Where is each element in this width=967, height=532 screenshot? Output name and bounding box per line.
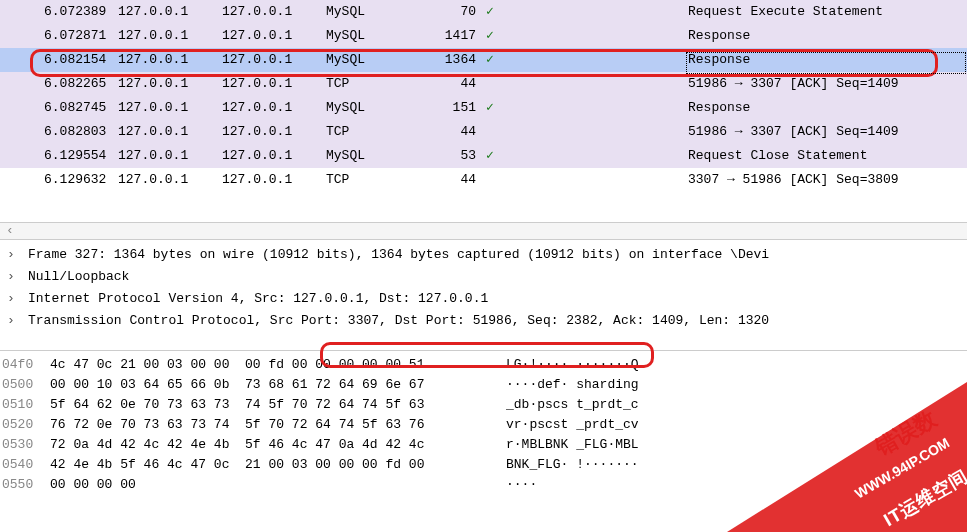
proto-cell: TCP	[326, 168, 422, 192]
expand-icon[interactable]: ›	[0, 266, 22, 288]
time-cell: 6.129554	[0, 144, 118, 168]
detail-text: Frame 327: 1364 bytes on wire (10912 bit…	[22, 244, 967, 266]
time-cell: 6.082154	[0, 48, 118, 72]
pad	[524, 144, 688, 168]
hex-bytes: 42 4e 4b 5f 46 4c 47 0c 21 00 03 00 00 0…	[40, 455, 492, 475]
len-cell: 1417	[422, 24, 486, 48]
hex-offset: 04f0	[0, 355, 40, 375]
pad	[524, 120, 688, 144]
hex-bytes: 5f 64 62 0e 70 73 63 73 74 5f 70 72 64 7…	[40, 395, 492, 415]
detail-text: Internet Protocol Version 4, Src: 127.0.…	[22, 288, 967, 310]
proto-cell: MySQL	[326, 0, 422, 24]
hex-bytes: 76 72 0e 70 73 63 73 74 5f 70 72 64 74 5…	[40, 415, 492, 435]
scrollbar-horizontal[interactable]: ‹	[0, 222, 967, 240]
check-icon	[486, 72, 524, 96]
check-icon: ✓	[486, 24, 524, 48]
hex-bytes: 00 00 10 03 64 65 66 0b 73 68 61 72 64 6…	[40, 375, 492, 395]
len-cell: 53	[422, 144, 486, 168]
pad	[524, 24, 688, 48]
time-cell: 6.129632	[0, 168, 118, 192]
check-icon	[486, 168, 524, 192]
info-cell: 3307 → 51986 [ACK] Seq=3809	[688, 168, 967, 192]
table-row[interactable]: 6.129554 127.0.0.1 127.0.0.1 MySQL 53 ✓ …	[0, 144, 967, 168]
info-cell: 51986 → 3307 [ACK] Seq=1409	[688, 72, 967, 96]
pad	[524, 72, 688, 96]
table-row[interactable]: 6.072389 127.0.0.1 127.0.0.1 MySQL 70 ✓ …	[0, 0, 967, 24]
expand-icon[interactable]: ›	[0, 288, 22, 310]
expand-icon[interactable]: ›	[0, 244, 22, 266]
hex-bytes: 00 00 00 00	[40, 475, 492, 495]
time-cell: 6.072389	[0, 0, 118, 24]
hex-row[interactable]: 04f0 4c 47 0c 21 00 03 00 00 00 fd 00 00…	[0, 355, 967, 375]
expand-icon[interactable]: ›	[0, 310, 22, 332]
dst-cell: 127.0.0.1	[222, 144, 326, 168]
packet-list[interactable]: 6.072389 127.0.0.1 127.0.0.1 MySQL 70 ✓ …	[0, 0, 967, 192]
hex-bytes: 4c 47 0c 21 00 03 00 00 00 fd 00 00 00 0…	[40, 355, 492, 375]
hex-ascii: LG·!···· ·······Q	[492, 355, 967, 375]
detail-text: Transmission Control Protocol, Src Port:…	[22, 310, 967, 332]
hex-offset: 0540	[0, 455, 40, 475]
dst-cell: 127.0.0.1	[222, 24, 326, 48]
table-row[interactable]: 6.082803 127.0.0.1 127.0.0.1 TCP 44 5198…	[0, 120, 967, 144]
dst-cell: 127.0.0.1	[222, 0, 326, 24]
check-icon: ✓	[486, 0, 524, 24]
info-cell: Request Execute Statement	[688, 0, 967, 24]
src-cell: 127.0.0.1	[118, 0, 222, 24]
info-cell: Request Close Statement	[688, 144, 967, 168]
table-row-selected[interactable]: 6.082154 127.0.0.1 127.0.0.1 MySQL 1364 …	[0, 48, 967, 72]
table-row[interactable]: 6.072871 127.0.0.1 127.0.0.1 MySQL 1417 …	[0, 24, 967, 48]
hex-bytes: 72 0a 4d 42 4c 42 4e 4b 5f 46 4c 47 0a 4…	[40, 435, 492, 455]
packet-details[interactable]: › Frame 327: 1364 bytes on wire (10912 b…	[0, 240, 967, 332]
dst-cell: 127.0.0.1	[222, 168, 326, 192]
proto-cell: MySQL	[326, 24, 422, 48]
hex-offset: 0530	[0, 435, 40, 455]
hex-offset: 0510	[0, 395, 40, 415]
len-cell: 44	[422, 72, 486, 96]
time-cell: 6.072871	[0, 24, 118, 48]
src-cell: 127.0.0.1	[118, 120, 222, 144]
info-cell: Response	[688, 48, 967, 72]
src-cell: 127.0.0.1	[118, 96, 222, 120]
time-cell: 6.082265	[0, 72, 118, 96]
time-cell: 6.082745	[0, 96, 118, 120]
len-cell: 44	[422, 168, 486, 192]
info-cell: Response	[688, 24, 967, 48]
time-cell: 6.082803	[0, 120, 118, 144]
len-cell: 151	[422, 96, 486, 120]
check-icon	[486, 120, 524, 144]
src-cell: 127.0.0.1	[118, 48, 222, 72]
len-cell: 44	[422, 120, 486, 144]
src-cell: 127.0.0.1	[118, 168, 222, 192]
proto-cell: MySQL	[326, 96, 422, 120]
src-cell: 127.0.0.1	[118, 72, 222, 96]
detail-text: Null/Loopback	[22, 266, 967, 288]
dst-cell: 127.0.0.1	[222, 96, 326, 120]
pad	[524, 168, 688, 192]
proto-cell: TCP	[326, 72, 422, 96]
table-row[interactable]: 6.129632 127.0.0.1 127.0.0.1 TCP 44 3307…	[0, 168, 967, 192]
pad	[524, 48, 688, 72]
table-row[interactable]: 6.082745 127.0.0.1 127.0.0.1 MySQL 151 ✓…	[0, 96, 967, 120]
info-cell: Response	[688, 96, 967, 120]
src-cell: 127.0.0.1	[118, 144, 222, 168]
detail-row[interactable]: › Null/Loopback	[0, 266, 967, 288]
proto-cell: MySQL	[326, 144, 422, 168]
hex-offset: 0500	[0, 375, 40, 395]
proto-cell: MySQL	[326, 48, 422, 72]
dst-cell: 127.0.0.1	[222, 48, 326, 72]
src-cell: 127.0.0.1	[118, 24, 222, 48]
dst-cell: 127.0.0.1	[222, 120, 326, 144]
hex-offset: 0520	[0, 415, 40, 435]
detail-row[interactable]: › Internet Protocol Version 4, Src: 127.…	[0, 288, 967, 310]
check-icon: ✓	[486, 96, 524, 120]
scroll-left-icon[interactable]: ‹	[6, 223, 14, 238]
dst-cell: 127.0.0.1	[222, 72, 326, 96]
detail-row[interactable]: › Frame 327: 1364 bytes on wire (10912 b…	[0, 244, 967, 266]
info-cell: 51986 → 3307 [ACK] Seq=1409	[688, 120, 967, 144]
detail-row[interactable]: › Transmission Control Protocol, Src Por…	[0, 310, 967, 332]
table-row[interactable]: 6.082265 127.0.0.1 127.0.0.1 TCP 44 5198…	[0, 72, 967, 96]
check-icon: ✓	[486, 144, 524, 168]
proto-cell: TCP	[326, 120, 422, 144]
len-cell: 1364	[422, 48, 486, 72]
pad	[524, 96, 688, 120]
